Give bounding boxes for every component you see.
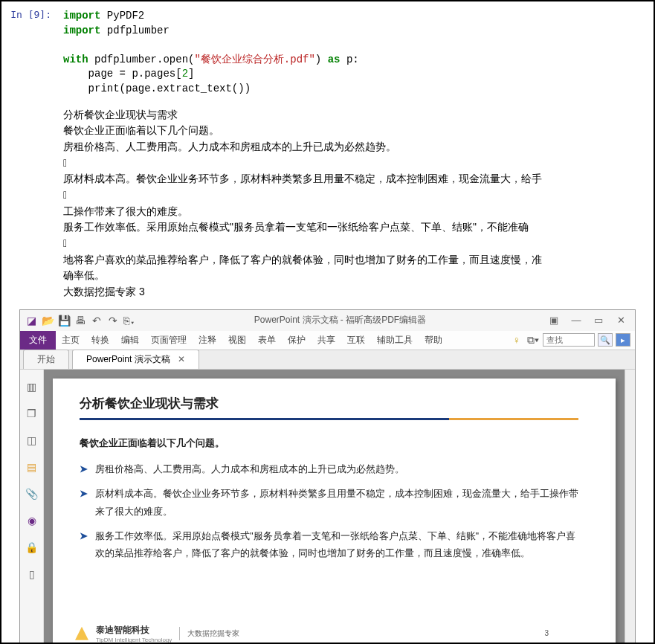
code-input[interactable]: import PyPDF2import pdfplumber with pdfp… (57, 6, 654, 100)
cell-output: 分析餐饮企业现状与需求 餐饮企业正面临着以下几个问题。 房租价格高、人工费用高。… (1, 104, 654, 303)
vertical-scrollbar[interactable] (625, 370, 635, 644)
slide-bullet: ➤原材料成本高。餐饮企业业务环节多，原材料种类繁多且用量不稳定，成本控制困难，现… (80, 485, 578, 520)
page-number: 3 (544, 629, 549, 637)
menu-1[interactable]: 转换 (85, 331, 115, 350)
comments-panel-icon[interactable]: ▤ (25, 460, 39, 474)
undo-icon[interactable]: ↶ (90, 314, 103, 327)
layers-panel-icon[interactable]: ◫ (25, 434, 39, 447)
app-icon: ◪ (25, 314, 38, 327)
menu-3[interactable]: 页面管理 (145, 331, 193, 350)
bullet-text: 房租价格高、人工费用高。人力成本和房租成本的上升已成为必然趋势。 (95, 460, 404, 477)
cell-prompt: In [9]: (1, 6, 57, 100)
slide-lead: 餐饮企业正面临着以下几个问题。 (80, 437, 578, 450)
notebook-cell: In [9]: import PyPDF2import pdfplumber w… (1, 1, 654, 104)
attachments-panel-icon[interactable]: 📎 (25, 487, 39, 500)
print-icon[interactable]: 🖶 (74, 314, 87, 327)
menu-11[interactable]: 帮助 (419, 331, 448, 350)
app-body: ▥ ❐ ◫ ▤ 📎 ◉ 🔒 ▯ 分析餐饮企业现状与需求 餐饮企业正面临着以下几个… (20, 370, 635, 644)
bullet-text: 服务工作效率低。采用原始点餐模式"服务员拿着一支笔和一张纸给客户点菜、下单、结账… (95, 527, 578, 562)
scan-icon[interactable]: ⧉▾ (526, 333, 540, 347)
menu-6[interactable]: 表单 (252, 331, 282, 350)
save-icon[interactable]: 💾 (57, 314, 71, 327)
search-button[interactable]: 🔍 (598, 333, 613, 347)
slide-footer: 泰迪智能科技 TipDM Intelligent Technology 大数据挖… (75, 624, 593, 643)
open-icon[interactable]: 📂 (41, 314, 54, 327)
menubar: 文件 主页转换编辑页面管理注释视图表单保护共享互联辅助工具帮助 ♀ ⧉▾ 🔍 ▸ (20, 331, 635, 350)
close-button[interactable]: ✕ (611, 315, 630, 326)
document-tabstrip: 开始 PowerPoint 演示文稿 ✕ (20, 350, 635, 370)
expand-button[interactable]: ▸ (616, 333, 630, 347)
tab-close-icon[interactable]: ✕ (178, 354, 185, 364)
redo-icon[interactable]: ↷ (106, 314, 120, 327)
search-input[interactable] (543, 333, 595, 347)
dropdown-icon[interactable]: ⎘▾ (123, 314, 136, 327)
bullet-text: 原材料成本高。餐饮企业业务环节多，原材料种类繁多且用量不稳定，成本控制困难，现金… (95, 485, 578, 520)
menu-0[interactable]: 主页 (56, 331, 85, 350)
menu-8[interactable]: 共享 (312, 331, 341, 350)
menu-7[interactable]: 保护 (282, 331, 312, 350)
more-panel-icon[interactable]: ▯ (25, 567, 39, 581)
bulb-icon[interactable]: ♀ (510, 333, 523, 347)
pages-panel-icon[interactable]: ▥ (25, 380, 39, 393)
document-viewport[interactable]: 分析餐饮企业现状与需求 餐饮企业正面临着以下几个问题。 ➤房租价格高、人工费用高… (44, 370, 625, 644)
bookmarks-panel-icon[interactable]: ❐ (25, 407, 39, 420)
footer-divider (179, 627, 180, 640)
tab-start[interactable]: 开始 (23, 350, 69, 369)
bullet-marker-icon: ➤ (80, 460, 88, 477)
slide-bullet: ➤房租价格高、人工费用高。人力成本和房租成本的上升已成为必然趋势。 (80, 460, 578, 477)
brand-subtitle: TipDM Intelligent Technology (96, 637, 172, 643)
menu-4[interactable]: 注释 (193, 331, 222, 350)
menu-5[interactable]: 视图 (222, 331, 252, 350)
tab-document[interactable]: PowerPoint 演示文稿 ✕ (72, 350, 199, 369)
left-rail: ▥ ❐ ◫ ▤ 📎 ◉ 🔒 ▯ (20, 370, 44, 644)
minimize-button[interactable]: — (567, 315, 586, 326)
brand-name: 泰迪智能科技 (96, 624, 172, 637)
menu-9[interactable]: 互联 (341, 331, 371, 350)
maximize-button[interactable]: ▭ (589, 315, 608, 326)
ribbon-toggle-icon[interactable]: ▣ (544, 315, 564, 326)
titlebar: ◪ 📂 💾 🖶 ↶ ↷ ⎘▾ PowerPoint 演示文稿 - 福昕高级PDF… (20, 310, 635, 331)
pdf-editor-window: ◪ 📂 💾 🖶 ↶ ↷ ⎘▾ PowerPoint 演示文稿 - 福昕高级PDF… (19, 309, 636, 644)
bullet-marker-icon: ➤ (80, 485, 88, 520)
signatures-panel-icon[interactable]: ◉ (25, 514, 39, 527)
bullet-marker-icon: ➤ (80, 527, 88, 562)
slide-bullet: ➤服务工作效率低。采用原始点餐模式"服务员拿着一支笔和一张纸给客户点菜、下单、结… (80, 527, 578, 562)
accent-line (80, 418, 578, 420)
security-panel-icon[interactable]: 🔒 (25, 541, 39, 554)
slide-title: 分析餐饮企业现状与需求 (80, 395, 578, 412)
window-title: PowerPoint 演示文稿 - 福昕高级PDF编辑器 (139, 314, 541, 326)
slide-tagline: 大数据挖掘专家 (187, 628, 239, 639)
pdf-page: 分析餐饮企业现状与需求 餐饮企业正面临着以下几个问题。 ➤房租价格高、人工费用高… (53, 379, 616, 644)
menu-2[interactable]: 编辑 (115, 331, 145, 350)
tab-start-label: 开始 (37, 353, 55, 366)
file-menu[interactable]: 文件 (20, 331, 56, 350)
tab-document-label: PowerPoint 演示文稿 (86, 353, 170, 366)
brand-logo-icon (75, 627, 88, 640)
menu-10[interactable]: 辅助工具 (371, 331, 419, 350)
